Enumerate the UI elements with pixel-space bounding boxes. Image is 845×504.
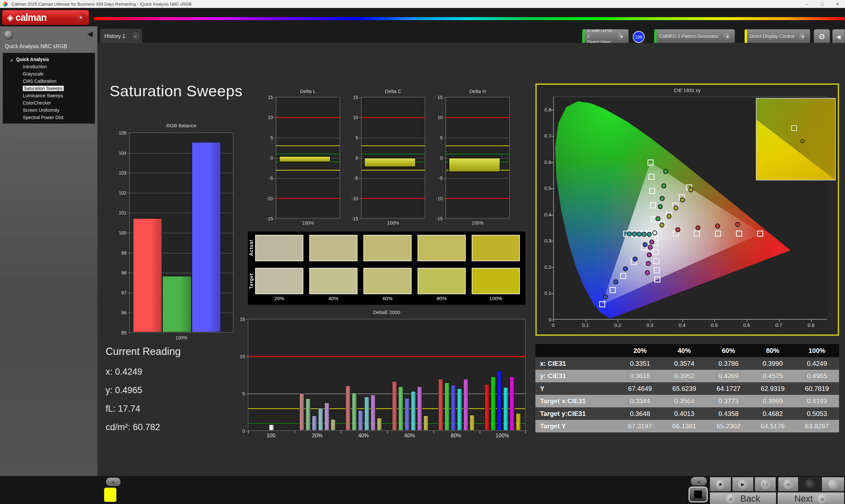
- measured-marker-yellow: [680, 198, 685, 202]
- add-tab-button[interactable]: +: [129, 29, 142, 43]
- deltae-2000-title: DeltaE 2000: [248, 309, 526, 315]
- sidebar-item-colorchecker[interactable]: ColorChecker: [3, 99, 95, 107]
- ref-line: [362, 198, 425, 199]
- sidebar-item-luminance-sweeps[interactable]: Luminance Sweeps: [3, 92, 95, 99]
- pattern-up-button[interactable]: ▲: [106, 478, 121, 486]
- play-button[interactable]: ▶: [732, 477, 754, 491]
- cie-y-tick-label: 0.4: [539, 212, 551, 217]
- measured-marker-yellow: [689, 188, 693, 192]
- maximize-button[interactable]: □: [815, 0, 830, 8]
- table-cell: 0.3786: [706, 360, 751, 367]
- sidebar-collapse-icon[interactable]: ◀: [87, 30, 93, 38]
- ref-line: [362, 154, 425, 155]
- sidebar-knob-icon[interactable]: [4, 30, 13, 40]
- actual-swatch-20%: [255, 235, 303, 261]
- display-control-dropdown[interactable]: Direct Display Control ▼: [744, 29, 810, 44]
- chevron-down-icon[interactable]: ▼: [799, 32, 807, 41]
- stop-button[interactable]: ■: [710, 477, 731, 491]
- chevron-down-icon[interactable]: ▼: [618, 32, 626, 41]
- pattern-generator-dropdown[interactable]: CalMED 3 Pattern Generator ▼: [654, 29, 735, 44]
- deltae-bar: [423, 416, 428, 430]
- deltae-group-label: 100%: [489, 433, 515, 439]
- chevron-down-icon[interactable]: ▼: [723, 32, 732, 41]
- ref-line: [362, 170, 425, 170]
- table-row: Y67.464965.623964.172762.931960.7819: [535, 382, 839, 395]
- delta-l-title: Delta L: [276, 88, 340, 94]
- transport-up-button[interactable]: ▲: [691, 477, 707, 486]
- inset-target-marker: [791, 125, 797, 131]
- ref-line: [248, 356, 525, 357]
- measured-marker-yellow: [660, 223, 664, 227]
- deltae-bar: [451, 385, 456, 430]
- meter-dropdown[interactable]: X-Rite i1Pro 2Direct View ▼: [582, 29, 629, 44]
- target-swatch-60%: [364, 268, 411, 294]
- rgb-bar-blue: [192, 142, 221, 332]
- workflow-title: Quick Analysis NBC sRGB: [5, 43, 67, 50]
- table-cell: 0.3564: [662, 397, 706, 405]
- table-row-label: Y: [535, 385, 618, 393]
- table-cell: 0.3351: [618, 360, 662, 367]
- calman-logo-text: calman: [16, 12, 47, 23]
- meter-label: X-Rite i1Pro 2Direct View: [584, 29, 618, 44]
- close-button[interactable]: ✕: [830, 0, 845, 8]
- deltae-bar: [392, 381, 397, 430]
- table-cell: 0.3648: [618, 410, 662, 418]
- refresh-icon: ↻: [805, 479, 815, 489]
- sidebar-item-screen-uniformity[interactable]: Screen Uniformity: [3, 107, 95, 114]
- next-button[interactable]: Next »: [777, 492, 844, 504]
- current-pattern-swatch[interactable]: [104, 487, 117, 502]
- table-row: Target y:CIE310.36480.40130.43580.46820.…: [535, 407, 839, 420]
- tree-root-quick-analysis[interactable]: ◢ Quick Analysis: [3, 56, 95, 63]
- ref-line: [276, 117, 340, 118]
- minimize-button[interactable]: –: [799, 0, 815, 8]
- extra-button[interactable]: [822, 477, 844, 491]
- calman-menu-button[interactable]: ◈ calman ▼: [2, 10, 89, 25]
- measured-marker-blue: [623, 267, 628, 271]
- delta-c-chart: Delta C 151050-5-10-15 100%: [361, 97, 425, 218]
- meter-status-bar: [582, 29, 584, 44]
- refresh-button[interactable]: ↻: [799, 477, 821, 491]
- calman-menu-chevron-icon[interactable]: ▼: [76, 13, 86, 22]
- measured-marker-magenta: [648, 245, 652, 249]
- measured-marker-magenta: [646, 262, 651, 266]
- deltae-bar: [299, 393, 304, 430]
- cie-y-tick-label: 0.6: [539, 159, 551, 165]
- cie-y-tick-label: 0.1: [539, 290, 551, 296]
- deltae-bar: [399, 386, 403, 430]
- cie-x-tick-label: 0: [547, 322, 560, 328]
- cie-x-tick-label: 0.7: [772, 322, 786, 328]
- panel-collapse-button[interactable]: ◀: [832, 29, 845, 44]
- tab-history-1[interactable]: History 1: [100, 29, 129, 43]
- bottom-bar: ▲ 20%40%60%80%100% ▲ ■ ▶ [··] ∞ ↻ « Back…: [0, 476, 845, 504]
- table-header-cell: 60%: [706, 347, 751, 355]
- cie-1931-panel[interactable]: CIE 1931 xy 00.10.20.30.40.50.60.70.800.…: [535, 84, 839, 336]
- ref-line: [446, 198, 509, 199]
- calman-logo-icon: ◈: [7, 13, 14, 22]
- sidebar-item-grayscale[interactable]: Grayscale: [3, 70, 95, 77]
- cie-x-tick-label: 0.3: [643, 322, 656, 328]
- ref-line: [248, 394, 525, 394]
- deltae-2000-chart: 151050: [248, 319, 526, 431]
- sidebar-item-spectral-power-dist-[interactable]: Spectral Power Dist.: [3, 114, 95, 121]
- delta-bar: [364, 158, 416, 167]
- ref-line: [276, 154, 340, 155]
- table-row: Target Y67.319766.138165.230264.517663.8…: [535, 420, 839, 432]
- deltae-bar: [516, 413, 521, 430]
- table-row-label: Target Y: [535, 422, 618, 430]
- sidebar-item-introduction[interactable]: Introduction: [3, 63, 95, 70]
- table-cell: 60.7819: [795, 385, 839, 393]
- display-status-bar: [745, 29, 747, 44]
- loop-button[interactable]: ∞: [778, 477, 798, 491]
- table-cell: 0.3952: [662, 372, 706, 380]
- deltae-bar: [497, 371, 502, 430]
- measured-marker-green: [664, 169, 668, 174]
- tree-expander-icon[interactable]: ◢: [10, 56, 13, 63]
- sidebar-item-cms-calibration[interactable]: CMS Calibration: [3, 77, 95, 85]
- cie-x-tick-label: 0.4: [676, 322, 689, 328]
- stop-pattern-button[interactable]: [689, 487, 708, 502]
- transport-controls: ■ ▶ [··] ∞ ↻ « Back Next »: [710, 477, 845, 504]
- settings-button[interactable]: ⚙: [814, 29, 830, 44]
- sidebar-item-saturation-sweeps[interactable]: Saturation Sweeps: [3, 85, 95, 92]
- step-button[interactable]: [··]: [755, 477, 776, 491]
- back-button[interactable]: « Back: [710, 492, 776, 504]
